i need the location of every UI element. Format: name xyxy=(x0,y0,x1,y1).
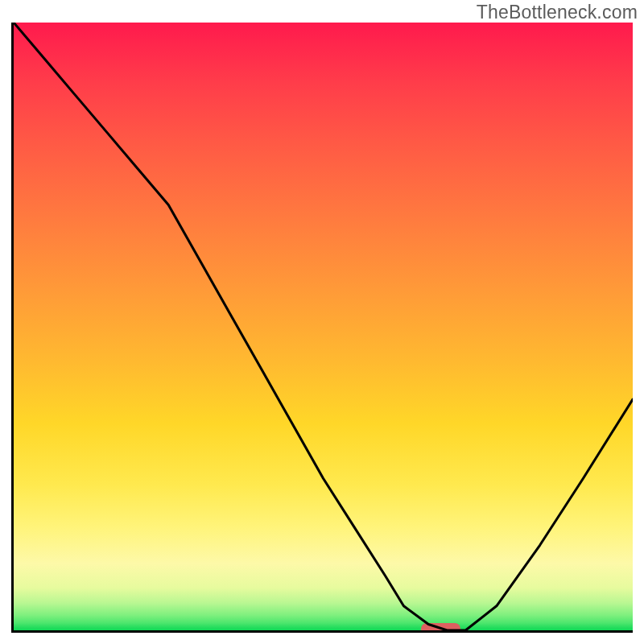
chart-container: TheBottleneck.com xyxy=(0,0,644,644)
curve-path xyxy=(14,23,633,630)
bottleneck-curve xyxy=(14,23,633,630)
watermark-text: TheBottleneck.com xyxy=(477,2,638,23)
plot-area xyxy=(11,23,633,633)
